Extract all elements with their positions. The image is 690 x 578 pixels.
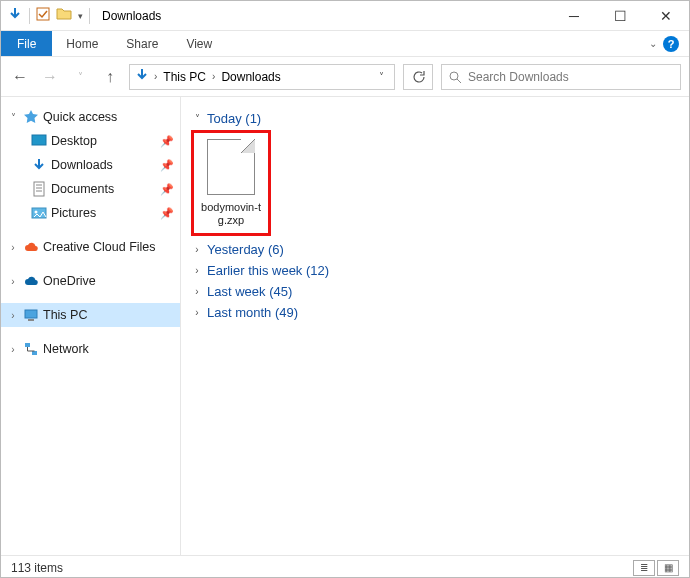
ribbon: File Home Share View ⌄ ? <box>1 31 689 57</box>
nav-recent-dropdown[interactable]: ˅ <box>69 66 91 88</box>
chevron-down-icon[interactable]: ˅ <box>7 112 19 123</box>
maximize-button[interactable]: ☐ <box>597 1 643 31</box>
group-header-last-month[interactable]: › Last month (49) <box>191 305 679 320</box>
chevron-right-icon[interactable]: › <box>191 307 203 318</box>
chevron-right-icon[interactable]: › <box>7 242 19 253</box>
search-placeholder: Search Downloads <box>468 70 569 84</box>
file-name: bodymovin-tg.zxp <box>198 201 264 227</box>
sidebar-item-creative-cloud[interactable]: › Creative Cloud Files <box>1 235 180 259</box>
pin-icon: 📌 <box>160 183 174 196</box>
sidebar-item-label: Downloads <box>51 158 113 172</box>
network-icon <box>23 341 39 357</box>
downloads-icon <box>31 157 47 173</box>
ribbon-tab-home[interactable]: Home <box>52 31 112 56</box>
sidebar-item-label: Network <box>43 342 89 356</box>
search-box[interactable]: Search Downloads <box>441 64 681 90</box>
chevron-right-icon[interactable]: › <box>191 244 203 255</box>
sidebar-item-label: Desktop <box>51 134 97 148</box>
group-label: Last week (45) <box>207 284 292 299</box>
sidebar-item-network[interactable]: › Network <box>1 337 180 361</box>
content-pane[interactable]: ˅ Today (1) bodymovin-tg.zxp › Yesterday… <box>181 97 689 555</box>
chevron-right-icon[interactable]: › <box>212 71 215 82</box>
nav-up-button[interactable]: ↑ <box>99 66 121 88</box>
file-icon <box>207 139 255 195</box>
sidebar-item-label: Pictures <box>51 206 96 220</box>
documents-icon <box>31 181 47 197</box>
ribbon-collapse-icon[interactable]: ⌄ <box>649 38 657 49</box>
ribbon-tab-view[interactable]: View <box>172 31 226 56</box>
onedrive-icon <box>23 273 39 289</box>
sidebar-item-label: Creative Cloud Files <box>43 240 156 254</box>
group-label: Last month (49) <box>207 305 298 320</box>
group-label: Earlier this week (12) <box>207 263 329 278</box>
file-item[interactable]: bodymovin-tg.zxp <box>191 130 271 236</box>
window-title: Downloads <box>102 9 161 23</box>
group-header-today[interactable]: ˅ Today (1) <box>191 111 679 126</box>
group-header-yesterday[interactable]: › Yesterday (6) <box>191 242 679 257</box>
qat-dropdown-icon[interactable]: ▾ <box>78 11 83 21</box>
sidebar-item-label: Documents <box>51 182 114 196</box>
navigation-pane: ˅ Quick access Desktop 📌 Downloads 📌 Doc… <box>1 97 181 555</box>
star-icon <box>23 109 39 125</box>
group-header-last-week[interactable]: › Last week (45) <box>191 284 679 299</box>
status-item-count: 113 items <box>11 561 63 575</box>
group-label: Today (1) <box>207 111 261 126</box>
sidebar-item-documents[interactable]: Documents 📌 <box>1 177 180 201</box>
sidebar-item-pictures[interactable]: Pictures 📌 <box>1 201 180 225</box>
svg-rect-9 <box>25 343 30 347</box>
separator <box>89 8 90 24</box>
view-details-button[interactable]: ≣ <box>633 560 655 576</box>
title-bar: ▾ Downloads ─ ☐ ✕ <box>1 1 689 31</box>
chevron-right-icon[interactable]: › <box>7 276 19 287</box>
svg-rect-8 <box>28 319 34 321</box>
sidebar-item-label: Quick access <box>43 110 117 124</box>
refresh-button[interactable] <box>403 64 433 90</box>
sidebar-item-label: This PC <box>43 308 87 322</box>
svg-point-1 <box>450 72 458 80</box>
address-dropdown-icon[interactable]: ˅ <box>373 71 390 82</box>
cloud-icon <box>23 239 39 255</box>
sidebar-item-onedrive[interactable]: › OneDrive <box>1 269 180 293</box>
search-icon <box>448 70 462 84</box>
desktop-icon <box>31 133 47 149</box>
sidebar-item-this-pc[interactable]: › This PC <box>1 303 180 327</box>
svg-rect-4 <box>34 182 44 196</box>
pin-icon: 📌 <box>160 207 174 220</box>
group-label: Yesterday (6) <box>207 242 284 257</box>
chevron-right-icon[interactable]: › <box>191 265 203 276</box>
sidebar-item-label: OneDrive <box>43 274 96 288</box>
breadcrumb-segment[interactable]: Downloads <box>219 70 282 84</box>
svg-rect-0 <box>37 8 49 20</box>
nav-back-button[interactable]: ← <box>9 66 31 88</box>
close-button[interactable]: ✕ <box>643 1 689 31</box>
chevron-right-icon[interactable]: › <box>154 71 157 82</box>
group-header-earlier-this-week[interactable]: › Earlier this week (12) <box>191 263 679 278</box>
chevron-right-icon[interactable]: › <box>7 310 19 321</box>
svg-rect-10 <box>32 351 37 355</box>
sidebar-item-desktop[interactable]: Desktop 📌 <box>1 129 180 153</box>
ribbon-file-tab[interactable]: File <box>1 31 52 56</box>
view-icons-button[interactable]: ▦ <box>657 560 679 576</box>
pin-icon: 📌 <box>160 159 174 172</box>
help-icon[interactable]: ? <box>663 36 679 52</box>
nav-forward-button[interactable]: → <box>39 66 61 88</box>
navigation-bar: ← → ˅ ↑ › This PC › Downloads ˅ Search D… <box>1 57 689 97</box>
address-bar[interactable]: › This PC › Downloads ˅ <box>129 64 395 90</box>
sidebar-item-downloads[interactable]: Downloads 📌 <box>1 153 180 177</box>
chevron-down-icon[interactable]: ˅ <box>191 113 203 124</box>
svg-rect-7 <box>25 310 37 318</box>
qat-check-icon[interactable] <box>36 7 50 24</box>
minimize-button[interactable]: ─ <box>551 1 597 31</box>
breadcrumb-downloads-icon <box>134 67 150 86</box>
pc-icon <box>23 307 39 323</box>
breadcrumb-segment[interactable]: This PC <box>161 70 208 84</box>
pin-icon: 📌 <box>160 135 174 148</box>
svg-point-6 <box>35 211 38 214</box>
status-bar: 113 items ≣ ▦ <box>1 555 689 578</box>
sidebar-item-quick-access[interactable]: ˅ Quick access <box>1 105 180 129</box>
chevron-right-icon[interactable]: › <box>7 344 19 355</box>
ribbon-tab-share[interactable]: Share <box>112 31 172 56</box>
chevron-right-icon[interactable]: › <box>191 286 203 297</box>
qat-down-icon[interactable] <box>7 6 23 25</box>
qat-folder-icon[interactable] <box>56 6 72 25</box>
